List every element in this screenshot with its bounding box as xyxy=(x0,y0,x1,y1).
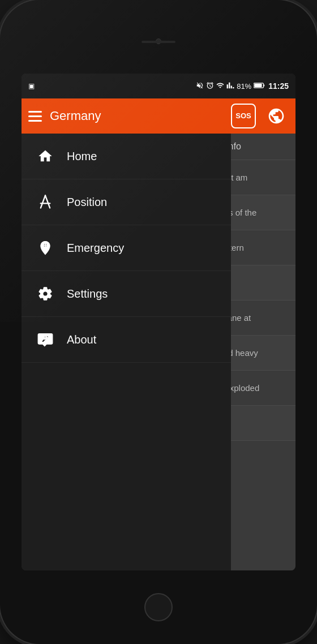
nav-label-emergency: Emergency xyxy=(67,242,124,255)
svg-rect-2 xyxy=(254,84,262,87)
svg-line-3 xyxy=(45,195,50,208)
hamburger-button[interactable] xyxy=(28,111,42,122)
header-title: Germany xyxy=(50,109,223,123)
nav-label-position: Position xyxy=(67,196,107,209)
wifi-icon xyxy=(216,81,224,91)
nav-item-home[interactable]: Home xyxy=(22,134,231,179)
about-icon xyxy=(35,329,55,350)
nav-label-home: Home xyxy=(67,150,97,163)
nav-item-emergency[interactable]: Emergency xyxy=(22,225,231,271)
globe-icon xyxy=(267,107,285,125)
hamburger-line-1 xyxy=(28,111,42,113)
alarm-icon xyxy=(206,81,214,91)
home-icon xyxy=(35,146,55,166)
phone-screen: ▣ 81% xyxy=(22,74,295,570)
nav-item-settings[interactable]: Settings xyxy=(22,271,231,317)
status-bar: ▣ 81% xyxy=(22,74,295,98)
sos-button[interactable]: SOS xyxy=(231,104,256,128)
hamburger-line-3 xyxy=(28,120,42,122)
mute-icon xyxy=(196,81,204,91)
nav-item-about[interactable]: About xyxy=(22,317,231,363)
nav-label-about: About xyxy=(67,333,96,346)
status-right-icons: 81% 11:25 xyxy=(196,81,289,91)
battery-icon xyxy=(254,82,265,91)
nav-label-settings: Settings xyxy=(67,287,108,300)
position-icon xyxy=(35,192,55,212)
app-header: Germany SOS xyxy=(22,98,295,134)
svg-rect-1 xyxy=(264,84,265,86)
home-button[interactable] xyxy=(144,593,173,621)
main-content: Home Position xyxy=(22,134,295,570)
hamburger-line-2 xyxy=(28,115,42,117)
svg-line-4 xyxy=(41,195,45,208)
screen-icon: ▣ xyxy=(28,82,35,90)
sos-label: SOS xyxy=(235,112,251,120)
navigation-drawer: Home Position xyxy=(22,134,231,570)
time-display: 11:25 xyxy=(268,81,289,91)
globe-button[interactable] xyxy=(264,104,289,128)
status-left-icons: ▣ xyxy=(28,82,35,90)
phone-frame: ▣ 81% xyxy=(0,0,317,644)
settings-icon xyxy=(35,284,55,304)
nav-item-position[interactable]: Position xyxy=(22,179,231,225)
emergency-icon xyxy=(35,238,55,258)
signal-icon xyxy=(226,81,234,91)
battery-level: 81% xyxy=(237,82,251,91)
speaker xyxy=(142,41,175,43)
